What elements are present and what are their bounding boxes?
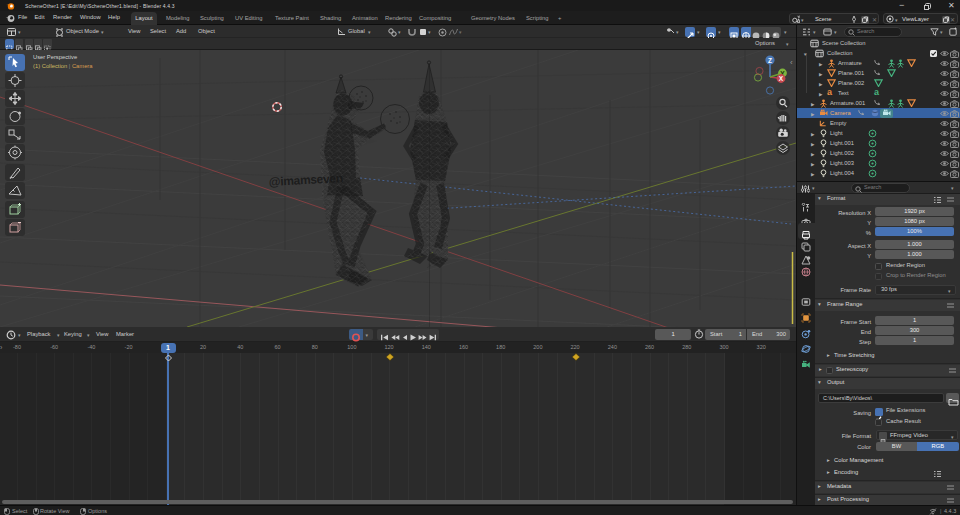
svg-text:Z: Z (768, 57, 772, 64)
svg-text:X: X (779, 75, 784, 82)
